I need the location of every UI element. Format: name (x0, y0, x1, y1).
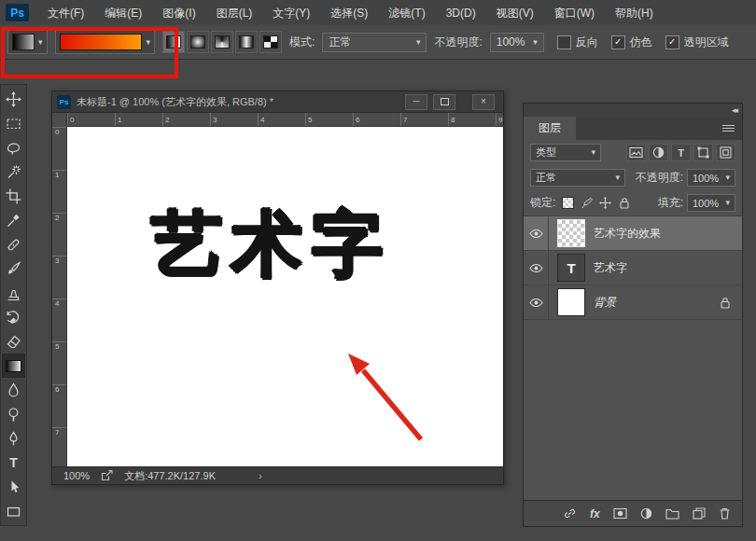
visibility-toggle[interactable] (524, 285, 549, 319)
zoom-level-field[interactable]: 100% (63, 470, 90, 481)
pen-tool[interactable] (2, 426, 25, 451)
tool-preset-picker[interactable]: ▾ (7, 30, 48, 54)
angle-gradient-button[interactable] (211, 31, 233, 53)
visibility-toggle[interactable] (524, 216, 549, 250)
blur-tool[interactable] (2, 378, 25, 402)
vertical-ruler[interactable]: 0 1 2 3 4 5 6 7 (52, 127, 67, 466)
folder-icon (665, 507, 679, 520)
dither-option[interactable]: ✓ 仿色 (611, 35, 652, 50)
layer-row-background[interactable]: 背景 (524, 285, 742, 320)
layer-filter-row: 类型 ▾ T (524, 140, 742, 165)
layer-opacity-select[interactable]: 100% ▾ (687, 169, 735, 187)
adjustment-filter-button[interactable] (649, 144, 668, 161)
text-layer-thumbnail[interactable]: T (557, 254, 585, 282)
blend-mode-select[interactable]: 正常 ▾ (322, 33, 427, 52)
document-title-bar[interactable]: Ps 未标题-1 @ 100% (艺术字的效果, RGB/8) * ─ × (52, 91, 503, 113)
trash-icon (719, 507, 731, 520)
menu-item-view[interactable]: 视图(V) (486, 1, 544, 25)
canvas[interactable]: 艺术字 (67, 127, 503, 466)
horizontal-ruler[interactable]: 0 1 2 3 4 5 6 7 8 9 (67, 113, 503, 127)
menu-item-3d[interactable]: 3D(D) (436, 1, 486, 25)
delete-layer-button[interactable] (719, 507, 731, 520)
close-button[interactable]: × (472, 94, 495, 110)
lock-all-button[interactable] (617, 196, 631, 210)
menu-item-select[interactable]: 选择(S) (320, 1, 378, 25)
history-brush-tool[interactable] (2, 305, 25, 329)
layer-name[interactable]: 艺术字 (594, 260, 627, 276)
opacity-select[interactable]: 100% ▾ (490, 33, 544, 52)
link-layers-button[interactable] (563, 507, 577, 520)
dropdown-arrow-icon[interactable]: ▾ (38, 38, 43, 47)
minimize-button[interactable]: ─ (405, 94, 427, 110)
menu-item-edit[interactable]: 编辑(E) (94, 1, 152, 25)
layer-row-effect[interactable]: 艺术字的效果 (524, 216, 742, 251)
type-filter-button[interactable]: T (671, 144, 691, 161)
menu-item-window[interactable]: 窗口(W) (544, 1, 605, 25)
layer-name[interactable]: 背景 (594, 295, 616, 311)
lock-image-pixels-button[interactable] (580, 196, 594, 210)
brush-tool[interactable] (2, 257, 25, 281)
layer-blend-mode-select[interactable]: 正常 ▾ (530, 169, 625, 187)
transparency-checkbox[interactable]: ✓ (665, 35, 679, 49)
filter-type-select[interactable]: 类型 ▾ (530, 144, 601, 161)
crop-tool[interactable] (2, 184, 25, 208)
linear-gradient-button[interactable] (162, 31, 185, 53)
reverse-option[interactable]: 反向 (557, 35, 598, 50)
reverse-checkbox[interactable] (557, 35, 571, 49)
horizontal-type-tool[interactable]: T (2, 451, 25, 475)
blend-mode-row: 正常 ▾ 不透明度: 100% ▾ (524, 165, 742, 190)
background-layer-thumbnail[interactable] (557, 288, 585, 316)
dither-checkbox[interactable]: ✓ (611, 35, 625, 49)
layer-name[interactable]: 艺术字的效果 (594, 226, 661, 242)
gradient-picker[interactable]: ▾ (55, 30, 156, 54)
eraser-tool[interactable] (2, 329, 25, 354)
menu-item-file[interactable]: 文件(F) (37, 1, 94, 25)
lock-position-button[interactable] (598, 196, 612, 210)
clone-stamp-tool[interactable] (2, 281, 25, 305)
menu-item-type[interactable]: 文字(Y) (262, 1, 320, 25)
gradient-swatch[interactable] (60, 34, 142, 50)
menu-item-help[interactable]: 帮助(H) (605, 1, 664, 25)
spot-healing-brush-tool[interactable] (2, 232, 25, 257)
document-size-info[interactable]: 文档:477.2K/127.9K (124, 469, 216, 483)
ruler-origin-corner[interactable] (52, 113, 67, 128)
share-icon[interactable] (101, 470, 113, 481)
rectangle-tool[interactable] (2, 499, 25, 523)
move-tool[interactable] (2, 87, 25, 111)
transparency-option[interactable]: ✓ 透明区域 (665, 35, 729, 50)
panel-menu-icon[interactable] (722, 125, 735, 132)
shape-filter-button[interactable] (693, 144, 713, 161)
radial-gradient-button[interactable] (187, 31, 209, 53)
lasso-tool[interactable] (2, 135, 25, 160)
smart-object-filter-button[interactable] (716, 144, 735, 161)
collapse-panel-icon[interactable]: ◂◂ (732, 105, 736, 115)
new-layer-button[interactable] (693, 507, 706, 520)
layer-row-text[interactable]: T 艺术字 (524, 251, 742, 285)
reflected-gradient-button[interactable] (235, 31, 258, 53)
rectangular-marquee-tool[interactable] (2, 111, 25, 135)
menu-item-image[interactable]: 图像(I) (152, 1, 205, 25)
restore-button[interactable] (433, 94, 455, 110)
menu-item-filter[interactable]: 滤镜(T) (378, 1, 435, 25)
eyedropper-tool[interactable] (2, 208, 25, 232)
angle-gradient-icon (215, 35, 230, 49)
visibility-toggle[interactable] (524, 251, 549, 284)
pixel-filter-button[interactable] (626, 144, 646, 161)
quick-selection-tool[interactable] (2, 160, 25, 184)
menu-item-layer[interactable]: 图层(L) (206, 1, 263, 25)
dropdown-arrow-icon[interactable]: ▾ (147, 38, 151, 47)
lock-transparent-pixels-button[interactable] (561, 196, 575, 210)
gradient-tool[interactable] (2, 354, 25, 378)
path-selection-tool[interactable] (2, 475, 25, 499)
diamond-gradient-button[interactable] (259, 31, 282, 53)
status-chevron-icon[interactable]: › (259, 470, 262, 481)
new-group-button[interactable] (665, 507, 679, 520)
adjustment-layer-button[interactable] (640, 507, 652, 520)
add-layer-mask-button[interactable] (613, 507, 627, 520)
layer-style-button[interactable]: fx (590, 507, 600, 520)
fill-select[interactable]: 100% ▾ (687, 194, 735, 212)
tab-layers[interactable]: 图层 (524, 117, 576, 140)
dodge-tool[interactable] (2, 402, 25, 426)
reflected-gradient-icon (239, 35, 254, 49)
layer-thumbnail[interactable] (557, 219, 585, 247)
